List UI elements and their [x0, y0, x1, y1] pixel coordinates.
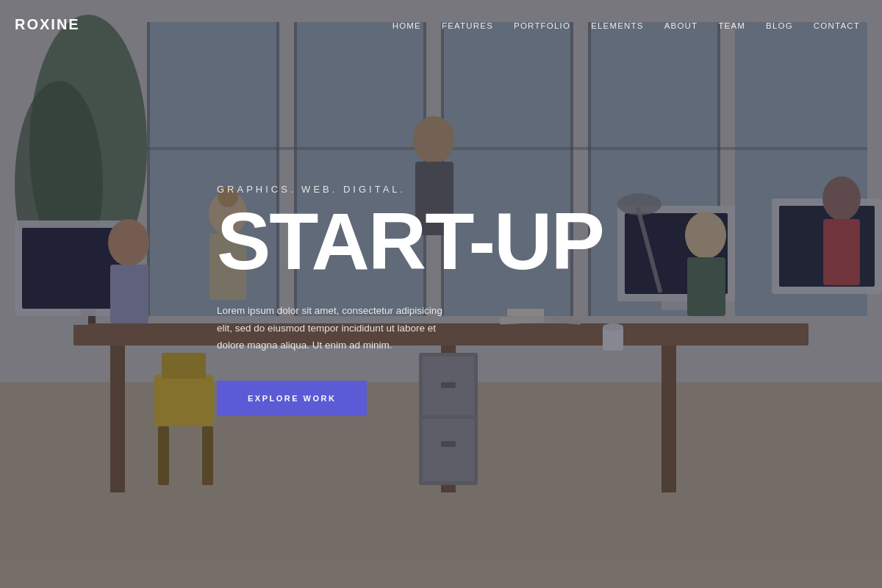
explore-work-button[interactable]: EXPLORE WORK: [217, 381, 367, 416]
nav-item-blog[interactable]: BLOG: [766, 18, 793, 32]
nav-item-features[interactable]: FEATURES: [442, 18, 493, 32]
hero-subtitle: GRAPHICS. WEB. DIGITAL.: [217, 184, 603, 195]
hero-content: GRAPHICS. WEB. DIGITAL. START-UP Lorem i…: [217, 184, 603, 416]
hero-title: START-UP: [217, 201, 603, 282]
nav-item-about[interactable]: ABOUT: [664, 18, 698, 32]
nav-link-contact[interactable]: CONTACT: [814, 21, 860, 30]
brand-logo: ROXINE: [15, 16, 80, 33]
nav-link-home[interactable]: HOME: [392, 21, 421, 30]
nav-links: HOME FEATURES PORTFOLIO ELEMENTS ABOUT T…: [392, 18, 860, 32]
nav-link-portfolio[interactable]: PORTFOLIO: [514, 21, 570, 30]
nav-link-blog[interactable]: BLOG: [766, 21, 793, 30]
hero-section: ROXINE HOME FEATURES PORTFOLIO ELEMENTS …: [0, 0, 882, 588]
nav-link-elements[interactable]: ELEMENTS: [591, 21, 644, 30]
nav-item-home[interactable]: HOME: [392, 18, 421, 32]
nav-link-about[interactable]: ABOUT: [664, 21, 698, 30]
hero-description: Lorem ipsum dolor sit amet, consectetur …: [217, 302, 459, 354]
nav-link-features[interactable]: FEATURES: [442, 21, 493, 30]
nav-item-team[interactable]: TEAM: [718, 18, 745, 32]
nav-link-team[interactable]: TEAM: [718, 21, 745, 30]
nav-item-portfolio[interactable]: PORTFOLIO: [514, 18, 570, 32]
nav-item-contact[interactable]: CONTACT: [814, 18, 860, 32]
main-navigation: ROXINE HOME FEATURES PORTFOLIO ELEMENTS …: [0, 0, 882, 49]
nav-item-elements[interactable]: ELEMENTS: [591, 18, 644, 32]
